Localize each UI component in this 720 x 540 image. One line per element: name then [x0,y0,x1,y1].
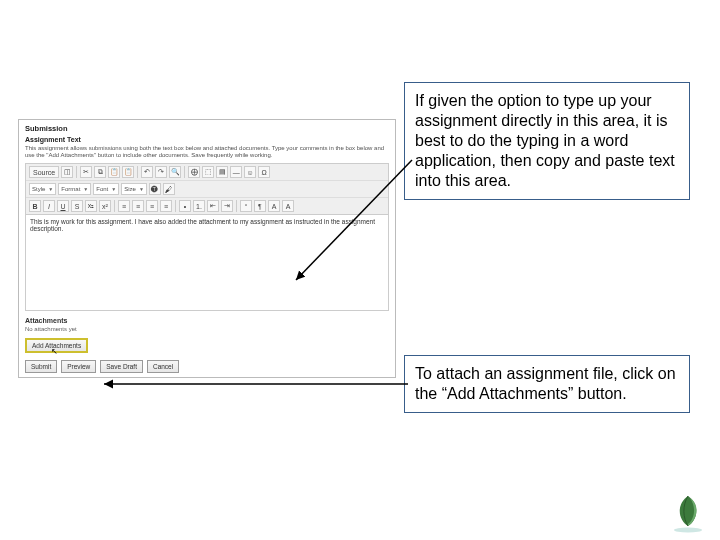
leaf-logo-icon [666,490,710,534]
svg-point-2 [674,528,702,533]
arrow-to-add-attachments [0,0,720,540]
